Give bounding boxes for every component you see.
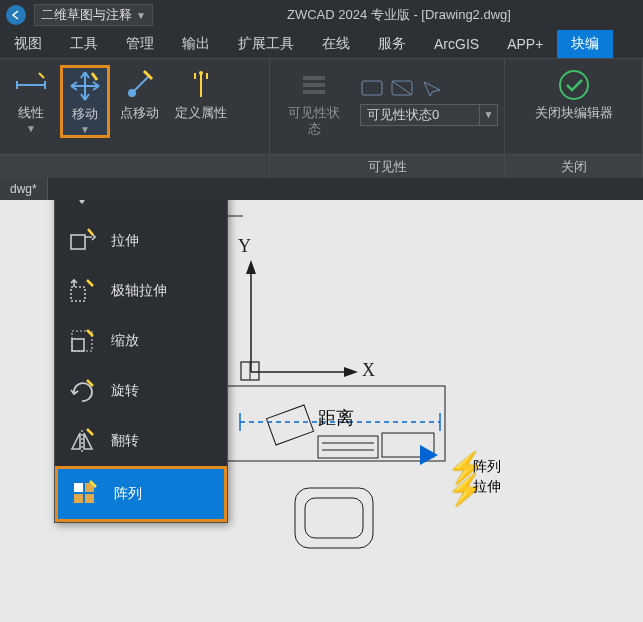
tab-bar: 视图 工具 管理 输出 扩展工具 在线 服务 ArcGIS APP+ 块编 [0,30,643,58]
move-action-button[interactable]: 移动 ▼ [60,65,110,138]
ribbon-panel-actions: 线性 ▼ 移动 ▼ [0,59,270,178]
pointmove-icon [122,67,158,103]
tab-tool[interactable]: 工具 [56,30,112,58]
svg-rect-14 [74,494,83,503]
move-icon [67,200,97,206]
svg-rect-15 [85,494,94,503]
close-blockeditor-button[interactable]: 关闭块编辑器 [529,65,619,123]
vis-toggle2-icon[interactable] [390,78,414,98]
svg-point-1 [199,71,203,75]
workspace-label: 二维草图与注释 [41,6,132,24]
svg-rect-4 [303,90,325,94]
visibility-list-icon [296,67,332,103]
linear-icon [13,67,49,103]
linear-button[interactable]: 线性 ▼ [6,65,56,136]
panel-label-visibility: 可见性 [270,154,504,178]
svg-rect-2 [303,76,325,80]
svg-rect-28 [266,405,313,445]
svg-rect-24 [318,436,378,458]
tab-service[interactable]: 服务 [364,30,420,58]
panel-label-close: 关闭 [505,154,642,178]
move-dropdown-menu: 移动 拉伸 极轴拉伸 缩放 旋转 [54,200,228,523]
ribbon-panel-close: 关闭块编辑器 关闭 [505,59,643,178]
axis-x-label: X [362,360,375,381]
title-bar: 二维草图与注释 ▼ ZWCAD 2024 专业版 - [Drawing2.dwg… [0,0,643,30]
chevron-down-icon[interactable]: ▼ [480,104,498,126]
svg-rect-3 [303,83,325,87]
scale-icon [67,326,97,356]
chevron-down-icon: ▼ [80,124,90,135]
visibility-state-select[interactable] [360,104,480,126]
svg-rect-8 [71,235,85,249]
annot-stretch: 拉伸 [473,478,501,495]
svg-rect-12 [74,483,83,492]
ribbon-panel-visibility: 可见性状态 ▼ 可见性 [270,59,505,178]
dropdown-item-array[interactable]: 阵列 [55,466,227,522]
tab-app[interactable]: APP+ [493,30,557,58]
chevron-down-icon: ▼ [26,123,36,134]
tab-blockedit[interactable]: 块编 [557,30,613,58]
defattr-icon [183,67,219,103]
visstate-button[interactable]: 可见性状态 [276,65,352,138]
svg-rect-5 [362,81,382,95]
tab-output[interactable]: 输出 [168,30,224,58]
defattr-button[interactable]: 定义属性 [169,65,233,123]
array-icon [70,479,100,509]
tab-extend[interactable]: 扩展工具 [224,30,308,58]
workspace-selector[interactable]: 二维草图与注释 ▼ [34,4,153,26]
stretch-icon [67,226,97,256]
document-tabstrip: dwg* [0,178,643,200]
dropdown-item-scale[interactable]: 缩放 [55,316,227,366]
grip-right-icon[interactable] [420,445,438,465]
pointmove-button[interactable]: 点移动 [114,65,165,123]
tab-online[interactable]: 在线 [308,30,364,58]
chevron-down-icon: ▼ [136,10,146,21]
tab-arcgis[interactable]: ArcGIS [420,30,493,58]
flip-icon [67,426,97,456]
dropdown-item-polarstretch[interactable]: 极轴拉伸 [55,266,227,316]
dropdown-item-flip[interactable]: 翻转 [55,416,227,466]
svg-marker-17 [246,260,256,274]
tab-view[interactable]: 视图 [0,30,56,58]
tab-manage[interactable]: 管理 [112,30,168,58]
check-circle-icon [556,67,592,103]
svg-marker-19 [344,367,358,377]
ribbon: 线性 ▼ 移动 ▼ [0,58,643,178]
undo-icon[interactable] [6,5,26,25]
drawing-canvas[interactable]: 移动 拉伸 极轴拉伸 缩放 旋转 [0,200,643,622]
svg-rect-30 [305,498,363,538]
polar-stretch-icon [67,276,97,306]
svg-rect-10 [72,339,84,351]
svg-rect-9 [71,287,85,301]
axis-y-label: Y [238,236,251,257]
distance-label: 距离 [318,406,354,430]
rotate-icon [67,376,97,406]
document-tab[interactable]: dwg* [0,178,48,200]
app-title: ZWCAD 2024 专业版 - [Drawing2.dwg] [161,6,637,24]
vis-pointer-icon[interactable] [420,78,444,98]
panel-label [0,154,269,178]
dropdown-item-stretch[interactable]: 拉伸 [55,216,227,266]
svg-rect-29 [295,488,373,548]
svg-point-7 [560,71,588,99]
dropdown-item-move[interactable]: 移动 [55,200,227,216]
dropdown-item-rotate[interactable]: 旋转 [55,366,227,416]
vis-toggle1-icon[interactable] [360,78,384,98]
move-arrows-icon [67,68,103,104]
svg-rect-11 [72,331,92,351]
